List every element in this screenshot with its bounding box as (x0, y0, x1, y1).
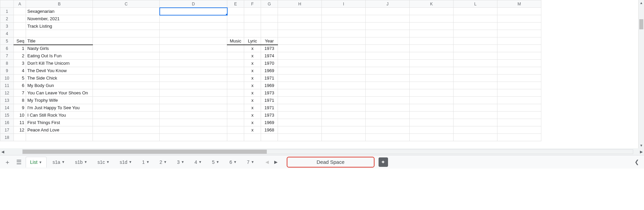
cell[interactable] (497, 8, 541, 15)
cell[interactable] (366, 74, 410, 82)
cell[interactable] (93, 119, 160, 126)
sheet-tab[interactable]: 7▼ (243, 157, 258, 168)
cell[interactable] (93, 74, 160, 82)
cell[interactable] (366, 30, 410, 37)
cell[interactable]: 1969 (261, 119, 278, 126)
cell[interactable] (322, 97, 366, 104)
sheet-tab[interactable]: 2▼ (156, 157, 171, 168)
caret-down-icon[interactable]: ▼ (199, 160, 202, 164)
cell[interactable] (410, 119, 454, 126)
cell[interactable] (497, 134, 541, 141)
caret-down-icon[interactable]: ▼ (129, 160, 132, 164)
cell[interactable] (261, 15, 278, 23)
cell[interactable] (497, 97, 541, 104)
cell[interactable] (160, 60, 227, 67)
sheet-tab-active[interactable]: List ▼ (26, 157, 47, 168)
cell[interactable] (366, 45, 410, 52)
cell[interactable] (93, 82, 160, 89)
cell[interactable] (322, 112, 366, 119)
cell[interactable] (244, 30, 261, 37)
col-header[interactable]: A (14, 0, 26, 8)
cell[interactable] (160, 112, 227, 119)
cell[interactable] (322, 15, 366, 23)
cell[interactable] (410, 126, 454, 134)
row-header[interactable]: 11 (0, 82, 14, 89)
cell[interactable] (244, 8, 261, 15)
sheet-tab[interactable]: s1a▼ (49, 157, 69, 168)
vscroll-track[interactable] (639, 6, 644, 143)
cell[interactable] (93, 52, 160, 60)
col-header[interactable]: H (278, 0, 322, 8)
cell[interactable]: Year (261, 37, 278, 45)
cell[interactable] (93, 37, 160, 45)
row-header[interactable]: 1 (0, 8, 14, 15)
cell[interactable] (227, 119, 244, 126)
cell[interactable]: 12 (14, 126, 26, 134)
col-header[interactable]: F (244, 0, 261, 8)
cell[interactable] (278, 126, 322, 134)
cell[interactable] (410, 45, 454, 52)
cell[interactable] (244, 23, 261, 30)
row-header[interactable]: 7 (0, 52, 14, 60)
sheet-tab[interactable]: 6▼ (225, 157, 241, 168)
cell[interactable] (322, 126, 366, 134)
cell[interactable] (227, 112, 244, 119)
cell[interactable] (454, 23, 497, 30)
cell[interactable] (366, 134, 410, 141)
cell[interactable] (497, 23, 541, 30)
cell[interactable]: Sexagenarian (26, 8, 93, 15)
cell[interactable] (410, 74, 454, 82)
cell[interactable] (278, 104, 322, 112)
cell[interactable] (160, 67, 227, 74)
cell[interactable] (160, 52, 227, 60)
cell[interactable] (410, 23, 454, 30)
cell[interactable]: x (244, 74, 261, 82)
cell[interactable] (497, 74, 541, 82)
cell[interactable] (497, 15, 541, 23)
cell[interactable] (366, 67, 410, 74)
cell[interactable] (366, 37, 410, 45)
scroll-up-arrow-icon[interactable]: ▲ (639, 0, 644, 6)
cell[interactable] (322, 82, 366, 89)
cell[interactable] (322, 134, 366, 141)
cell[interactable] (278, 82, 322, 89)
cell[interactable]: x (244, 119, 261, 126)
cell[interactable]: 1 (14, 45, 26, 52)
cell[interactable] (227, 30, 244, 37)
sheet-tab[interactable]: s1d▼ (115, 157, 136, 168)
cell[interactable]: 1971 (261, 97, 278, 104)
cell[interactable] (497, 104, 541, 112)
cell[interactable] (410, 112, 454, 119)
explore-button[interactable]: ✦ (379, 157, 388, 167)
row-header[interactable]: 14 (0, 104, 14, 112)
cell[interactable]: 8 (14, 97, 26, 104)
cell[interactable] (366, 104, 410, 112)
cell[interactable]: My Body Gun (26, 82, 93, 89)
cell[interactable] (322, 74, 366, 82)
horizontal-scrollbar[interactable]: ◀ ▶ (0, 148, 644, 155)
cell[interactable] (497, 82, 541, 89)
cell[interactable] (454, 119, 497, 126)
cell[interactable]: Track Listing (26, 23, 93, 30)
row-header[interactable]: 12 (0, 89, 14, 97)
side-panel-toggle[interactable]: ❮ (632, 157, 641, 167)
cell[interactable] (278, 89, 322, 97)
cell[interactable] (454, 8, 497, 15)
scroll-down-arrow-icon[interactable]: ▼ (639, 143, 644, 148)
row-header[interactable]: 16 (0, 119, 14, 126)
cell[interactable] (454, 134, 497, 141)
cell[interactable] (410, 97, 454, 104)
cell[interactable] (227, 15, 244, 23)
cell[interactable] (454, 67, 497, 74)
cell[interactable] (278, 74, 322, 82)
cell[interactable] (160, 23, 227, 30)
cell[interactable] (454, 112, 497, 119)
cell[interactable]: x (244, 60, 261, 67)
row-header[interactable]: 18 (0, 134, 14, 141)
cell[interactable] (322, 104, 366, 112)
cell[interactable] (261, 134, 278, 141)
cell[interactable] (227, 60, 244, 67)
cell[interactable] (160, 45, 227, 52)
cell[interactable]: The Side Chick (26, 74, 93, 82)
cell[interactable] (410, 89, 454, 97)
